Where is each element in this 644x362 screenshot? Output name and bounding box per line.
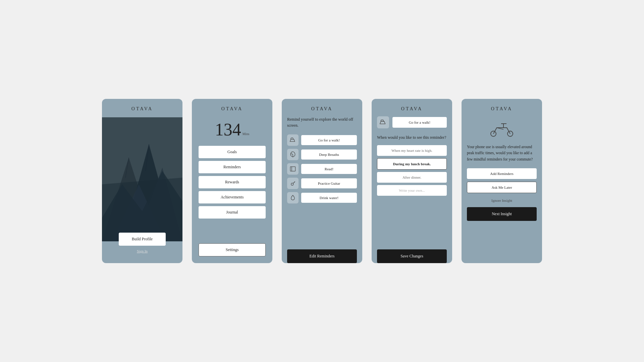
stat-unit: Mins: [243, 132, 250, 136]
time-option-custom[interactable]: Write your own...: [377, 185, 447, 196]
mountain-image: [102, 117, 182, 241]
menu-reminders[interactable]: Reminders: [199, 161, 266, 173]
scooter-icon: [488, 121, 515, 138]
screen4-logo: OTAVA: [401, 99, 423, 116]
drop-icon: [287, 192, 299, 203]
screen1-bottom: Build Profile Sign In: [102, 233, 182, 253]
screen-4: OTAVA Go for a walk! When would you like…: [372, 99, 452, 263]
shoe-svg: [289, 137, 296, 143]
time-option-dinner[interactable]: After dinner.: [377, 172, 447, 183]
menu-achievements[interactable]: Achievements: [199, 191, 266, 203]
stat-number: 134: [215, 121, 241, 138]
drop-svg: [289, 194, 296, 201]
add-reminders-button[interactable]: Add Reminders: [467, 168, 537, 179]
guitar-icon: [287, 178, 299, 189]
shoe-icon: [287, 134, 299, 146]
screen4-reminder-label[interactable]: Go for a walk!: [392, 117, 447, 128]
stat-container: 134 Mins: [215, 121, 250, 138]
time-option-heart[interactable]: When my heart rate is high.: [377, 145, 447, 156]
screen-1: OTAVA Build Profile Sign In: [102, 99, 182, 263]
reminder-row-read: Read!: [287, 163, 357, 175]
screen-3: OTAVA Remind yourself to explore the wor…: [282, 99, 362, 263]
menu-goals[interactable]: Goals: [199, 146, 266, 158]
edit-reminders-button[interactable]: Edit Reminders: [287, 249, 357, 263]
screen5-logo: OTAVA: [491, 99, 513, 116]
save-changes-button[interactable]: Save Changes: [377, 249, 447, 263]
screen-2: OTAVA 134 Mins Goals Reminders Rewards A…: [192, 99, 272, 263]
reminder-breaths-btn[interactable]: Deep Breaths: [301, 149, 357, 160]
ignore-insight-button[interactable]: Ignore Insight: [467, 196, 537, 205]
screen4-shoe-icon: [377, 116, 389, 128]
next-insight-button[interactable]: Next Insight: [467, 207, 537, 221]
build-profile-button[interactable]: Build Profile: [119, 233, 166, 246]
screen4-icon-row: Go for a walk!: [377, 116, 447, 128]
ask-later-button[interactable]: Ask Me Later: [467, 182, 537, 193]
question-text: When would you like to see this reminder…: [377, 134, 447, 140]
screen1-logo: OTAVA: [131, 99, 153, 116]
time-option-lunch[interactable]: During my lunch break.: [377, 158, 447, 170]
screen3-logo: OTAVA: [311, 99, 333, 116]
svg-point-12: [291, 183, 293, 185]
menu-list: Goals Reminders Rewards Achievements Jou…: [199, 146, 266, 219]
reminder-water-btn[interactable]: Drink water!: [301, 193, 357, 203]
menu-journal[interactable]: Journal: [199, 206, 266, 219]
book-svg: [289, 166, 296, 172]
reminder-read-btn[interactable]: Read!: [301, 164, 357, 174]
screen-5: OTAVA Your phone use is usually elevated…: [462, 99, 542, 263]
screens-container: OTAVA Build Profile Sign In OTAVA: [102, 99, 542, 263]
guitar-svg: [289, 180, 296, 187]
insight-text: Your phone use is usually elevated aroun…: [467, 144, 537, 162]
settings-button[interactable]: Settings: [199, 243, 266, 256]
mountain-svg: [102, 117, 182, 241]
reminder-guitar-btn[interactable]: Practice Guitar: [301, 178, 357, 188]
screen4-shoe-svg: [379, 119, 387, 126]
leaf-svg: [289, 151, 296, 158]
screen3-subtitle: Remind yourself to explore the world off…: [287, 116, 357, 128]
reminder-row-breaths: Deep Breaths: [287, 149, 357, 160]
reminder-row-guitar: Practice Guitar: [287, 178, 357, 189]
menu-rewards[interactable]: Rewards: [199, 176, 266, 188]
reminder-row-water: Drink water!: [287, 192, 357, 203]
screen2-inner: OTAVA 134 Mins Goals Reminders Rewards A…: [192, 99, 272, 263]
reminder-row-walk: Go for a walk!: [287, 134, 357, 146]
book-icon: [287, 163, 299, 175]
leaf-icon: [287, 149, 299, 160]
svg-rect-10: [290, 167, 296, 171]
screen2-logo: OTAVA: [221, 99, 243, 115]
sign-in-link[interactable]: Sign In: [137, 249, 148, 253]
reminder-walk-btn[interactable]: Go for a walk!: [301, 135, 357, 145]
